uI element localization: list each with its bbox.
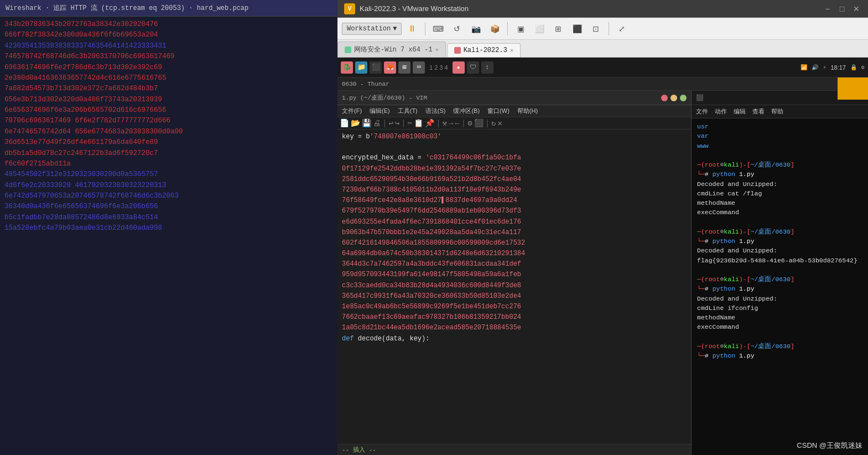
vim-hex-data-line: 1e85ac0c49ab6bc5e56899c9269f5e1be451deb7… (342, 302, 687, 312)
wireshark-hex-line: 656e3b713d302e320d0a486f73743a20313939 (4, 95, 333, 105)
wireshark-hex-line: b5c1fadbb7e28da08572486d8e6933a84c514 (4, 213, 333, 223)
network-icon[interactable]: ↕ (481, 61, 493, 74)
tab-win7[interactable]: 网络安全-Win 7 x64 -1 ✕ (337, 42, 446, 57)
apps-icon[interactable]: ⊞ (398, 61, 410, 74)
term-output-line: cmdLine ifconfig (697, 303, 862, 313)
vim-hex-data-line: c3c33caedd0ca34b83b28d4a4934036c600d8449… (342, 281, 687, 291)
term-output-line: methodName (697, 198, 862, 208)
settings-button[interactable]: ⊡ (588, 21, 604, 37)
term-menu-file[interactable]: 文件 (696, 107, 708, 116)
terminal-icon[interactable]: ⬛ (370, 61, 382, 74)
kali-tab-close[interactable]: ✕ (510, 47, 513, 54)
term-menu-edit[interactable]: 编辑 (734, 107, 746, 116)
console-button[interactable]: ⬛ (569, 21, 585, 37)
wireshark-hex-line: 69636174696f6e2f786d6c3b713d302e392c69 (4, 63, 333, 73)
term-dir-item: var (697, 131, 862, 141)
vim-open-icon[interactable]: 📂 (351, 118, 360, 128)
vim-sep2: | (401, 119, 406, 128)
vim-undo-icon[interactable]: ↩ (388, 118, 393, 128)
vim-dot-green (680, 95, 687, 101)
send-ctrl-alt-del-button[interactable]: ⌨ (430, 21, 446, 37)
vim-hex-data-line: b9063b47b570bbb1e2e45a249028aa5da49c31ec… (342, 228, 687, 238)
view-button[interactable]: ▣ (512, 21, 529, 37)
vim-icon-toolbar: 📄 📂 💾 🖨 | ↩ ↪ | ✂ 📋 📌 | ⚒ → (337, 117, 691, 130)
vim-copy-icon[interactable]: 📋 (414, 118, 423, 128)
unity-button[interactable]: ⊞ (550, 21, 566, 37)
wireshark-hex-line: 36340d0a436f6e65656374696f6e3a206b656 (4, 201, 333, 212)
power-button[interactable]: ↺ (449, 21, 465, 37)
pause-button[interactable]: ⏸ (404, 21, 420, 37)
vim-build-icon[interactable]: ⚙ (467, 118, 472, 128)
wireshark-hex-line: 423035413538383833374635464141423333431 (4, 41, 333, 51)
term-prompt-line: ─(root⊛kali)-[~/桌面/0630] (697, 275, 862, 284)
vim-blank-line (342, 142, 687, 153)
vim-menu-syntax[interactable]: 语法(S) (425, 107, 446, 115)
term-menu-help[interactable]: 帮助 (771, 107, 783, 116)
vim-hex-data-line: 2581ddc65290954b38e66b9169a521b2d8b452fc… (342, 174, 687, 185)
vim-menu-buffer[interactable]: 缓冲区(B) (453, 107, 480, 115)
maximize-button[interactable]: □ (837, 4, 847, 14)
vim-new-icon[interactable]: 📄 (340, 118, 349, 128)
vim-menu-edit[interactable]: 编辑(E) (370, 107, 390, 115)
vim-menu-file[interactable]: 文件(F) (342, 107, 362, 115)
tab-kali[interactable]: Kali-2022.3 ✕ (447, 43, 521, 57)
terminal-content[interactable]: usrvarwww ─(root⊛kali)-[~/桌面/0630]└─# py… (692, 118, 868, 455)
wireshark-hex-line: 343b207836343b2072763a38342e302920476 (4, 19, 333, 30)
orange-bar (838, 77, 868, 100)
vim-hex-data-line: 959d957093443199fa614e98147f5805498a59a6… (342, 270, 687, 280)
resize-button[interactable]: ⤢ (614, 21, 630, 37)
vim-menu-help[interactable]: 帮助(H) (517, 107, 538, 115)
vim-find-icon[interactable]: ⚒ (443, 118, 447, 128)
vim-hex-data-line: 3644d3c7a7462597a4a3bddc43fe606831acdaa3… (342, 259, 687, 270)
win7-tab-close[interactable]: ✕ (435, 46, 439, 53)
vim-hex-data-line: 679f527970b39e5497f6dd2546889ab1eb00396d… (342, 206, 687, 216)
term-output-line: cmdLine cat /flag (697, 189, 862, 198)
vim-print-icon[interactable]: 🖨 (373, 119, 381, 128)
snapshot-button[interactable]: 📷 (467, 21, 484, 37)
vim-stop-icon[interactable]: ⬛ (474, 118, 484, 128)
vim-menu-tools[interactable]: 工具(T) (398, 107, 418, 115)
kali-panes: 1.py (~/桌面/0630) - VIM 文件(F) 编辑(E) 工具(T)… (337, 91, 868, 455)
vm-content: 🐉 📁 ⬛ 🦊 ⊞ ⌨ 1 2 3 4 ★ 🛡 ↕ 📶 🔊 ⚡ (337, 58, 868, 455)
vim-reload-icon[interactable]: ↻ (491, 118, 496, 128)
vim-hex-data-line: 7662cbaaef13c69aeafac978327b106b81359217… (342, 312, 687, 323)
vim-menu-bar: 文件(F) 编辑(E) 工具(T) 语法(S) 缓冲区(B) 窗口(W) 帮助(… (337, 105, 691, 117)
kali-dragon-icon[interactable]: 🐉 (341, 61, 353, 74)
fullscreen-button[interactable]: ⬜ (531, 21, 548, 37)
wireshark-hex-line: f6c60f2715abd11a (4, 159, 333, 169)
snapshot2-button[interactable]: 📦 (486, 21, 503, 37)
files-icon[interactable]: 📁 (355, 61, 367, 74)
vm-tabs: 网络安全-Win 7 x64 -1 ✕ Kali-2022.3 ✕ (337, 40, 868, 58)
term-menu-action[interactable]: 动作 (715, 107, 727, 116)
wireshark-hex-line: 7a682d54573b713d302e372c7a682d484b3b7 (4, 84, 333, 94)
vim-code-area[interactable]: key = b'748007e861908c03' encrypted_hex_… (337, 130, 691, 444)
wireshark-panel: Wireshark · 追踪 HTTP 流 (tcp.stream eq 200… (0, 0, 337, 455)
vim-redo-icon[interactable]: ↪ (395, 118, 399, 128)
firefox-icon[interactable]: 🦊 (384, 61, 396, 74)
kali-apps-icon[interactable]: ★ (453, 61, 465, 74)
keyboard-icon[interactable]: ⌨ (413, 61, 425, 74)
thunar-bar: 0630 - Thunar (337, 77, 868, 91)
close-button[interactable]: ✕ (851, 4, 861, 14)
vim-menu-window[interactable]: 窗口(W) (487, 107, 510, 115)
vmware-icon: V (344, 3, 355, 14)
vim-cut-icon[interactable]: ✂ (408, 118, 412, 128)
term-menu-view[interactable]: 查看 (752, 107, 765, 116)
vim-right-icon[interactable]: → (449, 119, 453, 128)
vim-titlebar: 1.py (~/桌面/0630) - VIM (337, 91, 691, 105)
toolbar-separator (425, 22, 425, 35)
vim-close-doc-icon[interactable]: ✕ (497, 118, 502, 128)
wireshark-hex-line: 485454502f312e3120323030200d0a5365757 (4, 169, 333, 180)
vim-def-decode: def decode(data, key): (342, 334, 687, 344)
vim-dot-red (661, 95, 668, 101)
minimize-button[interactable]: − (823, 4, 833, 14)
toolbar-separator-2 (507, 22, 508, 35)
vim-save-icon[interactable]: 💾 (362, 118, 371, 128)
shield-icon[interactable]: 🛡 (467, 61, 479, 74)
vim-paste-icon[interactable]: 📌 (425, 118, 434, 128)
workstation-label: Workstation (347, 25, 391, 33)
workstation-dropdown[interactable]: Workstation ▼ (342, 23, 402, 35)
vim-dot-yellow (671, 95, 677, 101)
term-output-line: Decoded and Unzipped: (697, 179, 862, 189)
vim-left-icon[interactable]: ← (455, 119, 459, 128)
